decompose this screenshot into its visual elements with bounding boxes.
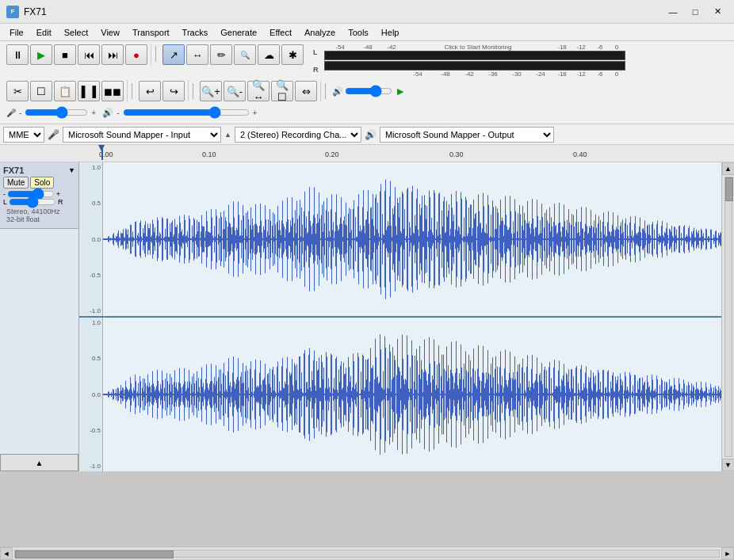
mic-icon: 🎤	[6, 109, 16, 117]
main-content: FX71 ▼ Mute Solo - + L R Stereo, 44100Hz…	[0, 162, 734, 471]
window-title: FX71	[24, 6, 663, 17]
copy-button[interactable]: ☐	[30, 81, 52, 101]
menu-file[interactable]: File	[3, 26, 30, 39]
vu-top-bar	[324, 51, 625, 60]
track-panel-spacer	[0, 229, 78, 454]
app-icon: F	[6, 6, 19, 18]
vol-down-icon: -	[19, 109, 21, 117]
minimize-button[interactable]: —	[663, 4, 683, 20]
track-dropdown[interactable]: ▼	[68, 166, 75, 174]
paste-button[interactable]: 📋	[54, 81, 76, 101]
mute-button[interactable]: Mute	[3, 177, 29, 189]
zoom-fit-button[interactable]: 🔍↔	[247, 81, 270, 101]
track-info-line1: Stereo, 44100Hz	[6, 208, 72, 215]
close-button[interactable]: ✕	[707, 4, 728, 20]
gain-min-label: -	[3, 190, 6, 198]
timeline-0.2: 0.20	[325, 150, 339, 158]
track-name[interactable]: FX71	[3, 166, 24, 175]
zoom-in-button[interactable]: 🔍+	[200, 81, 222, 101]
skip-forward-button[interactable]: ⏭	[101, 44, 124, 65]
envelope-tool-button[interactable]: ↔	[186, 44, 208, 65]
cut-button[interactable]: ✂	[6, 81, 29, 101]
undo-button[interactable]: ↩	[139, 81, 161, 101]
input-device-select[interactable]: Microsoft Sound Mapper - Input	[63, 127, 221, 143]
stop-button[interactable]: ■	[54, 44, 76, 65]
track-buttons: Mute Solo	[3, 177, 75, 189]
playback-play-icon[interactable]: ▶	[397, 86, 403, 97]
y2-0.5: 0.5	[92, 355, 101, 362]
record-button[interactable]: ●	[125, 44, 147, 65]
zoom-tool-button[interactable]: 🔍	[234, 44, 256, 65]
redo-button[interactable]: ↪	[162, 81, 185, 101]
menu-select[interactable]: Select	[58, 26, 95, 39]
monitor-label[interactable]: Click to Start Monitoring	[403, 44, 552, 51]
pan-left-label: L	[3, 198, 7, 206]
hscroll-thumb[interactable]	[15, 550, 174, 558]
multitool-button[interactable]: ✱	[281, 44, 304, 65]
input-volume-slider[interactable]	[25, 107, 88, 118]
menu-transport[interactable]: Transport	[126, 26, 176, 39]
out-vol-up-icon: +	[253, 109, 258, 117]
driver-select[interactable]: MME	[3, 127, 44, 143]
pause-button[interactable]: ⏸	[6, 44, 29, 65]
output-device-select[interactable]: Microsoft Sound Mapper - Output	[380, 127, 554, 143]
output-volume-slider[interactable]	[123, 107, 250, 118]
select-tool-button[interactable]: ↗	[162, 44, 185, 65]
hscroll-track[interactable]	[14, 550, 720, 558]
menu-effect[interactable]: Effect	[263, 26, 298, 39]
edit-section: ✂ ☐ 📋 ▌▐ ◼◼	[3, 80, 128, 102]
zoom-toggle-button[interactable]: ⇔	[295, 81, 317, 101]
menu-edit[interactable]: Edit	[30, 26, 58, 39]
menu-generate[interactable]: Generate	[214, 26, 263, 39]
draw-tool-button[interactable]: ✏	[210, 44, 232, 65]
vol-up-icon: +	[91, 109, 96, 117]
vu-top-row: L -54 -48 -42 Click to Start Monitoring …	[313, 44, 625, 60]
playhead-arrow	[98, 145, 105, 151]
menu-bar: File Edit Select View Transport Tracks G…	[0, 24, 734, 41]
skip-back-button[interactable]: ⏮	[78, 44, 100, 65]
timeline-0.4: 0.40	[573, 150, 587, 158]
y2-0.0: 0.0	[92, 391, 101, 398]
out-vol-down-icon: -	[117, 109, 119, 117]
menu-analyze[interactable]: Analyze	[298, 26, 342, 39]
hscroll-right-button[interactable]: ►	[721, 547, 734, 560]
track-up-button[interactable]: ▲	[0, 454, 78, 471]
ruler: 0.00 0.10 0.20 0.30 0.40	[79, 145, 734, 160]
channel-config-select[interactable]: 2 (Stereo) Recording Cha...	[235, 127, 361, 143]
sep3	[190, 81, 195, 101]
waveform-area[interactable]: 1.0 0.5 0.0 -0.5 -1.0 1.0 0.5 0.0 -0.5 -…	[79, 162, 721, 471]
timeline-0.1: 0.10	[202, 150, 216, 158]
zoom-sel-button[interactable]: 🔍☐	[271, 81, 293, 101]
trim-button[interactable]: ▌▐	[78, 81, 100, 101]
zoom-out-button[interactable]: 🔍-	[224, 81, 246, 101]
vu-left-label: L	[313, 48, 323, 56]
hscroll-left-button[interactable]: ◄	[0, 547, 13, 560]
pan-slider[interactable]	[9, 198, 56, 206]
play-button[interactable]: ▶	[30, 44, 52, 65]
horizontal-scrollbar: ◄ ►	[0, 547, 734, 559]
timeline-ruler: 0.00 0.10 0.20 0.30 0.40	[0, 145, 734, 162]
menu-tracks[interactable]: Tracks	[176, 26, 215, 39]
menu-tools[interactable]: Tools	[342, 26, 375, 39]
vu-top-scale: -54 -48 -42 Click to Start Monitoring -1…	[324, 44, 625, 51]
scroll-thumb[interactable]	[725, 177, 733, 201]
maximize-button[interactable]: □	[685, 4, 705, 20]
channel-bottom: 1.0 0.5 0.0 -0.5 -1.0	[79, 318, 721, 471]
playhead	[101, 145, 103, 160]
menu-help[interactable]: Help	[375, 26, 406, 39]
toolbar-area: ⏸ ▶ ■ ⏮ ⏭ ● ↗ ↔ ✏ 🔍 ☁ ✱ L -54	[0, 41, 734, 124]
menu-view[interactable]: View	[94, 26, 126, 39]
y-0.0: 0.0	[92, 236, 101, 243]
solo-button[interactable]: Solo	[30, 177, 54, 189]
speaker-icon-device: 🔊	[365, 129, 377, 140]
timeshift-tool-button[interactable]: ☁	[258, 44, 280, 65]
playback-speed-slider[interactable]	[345, 86, 392, 97]
scroll-up-button[interactable]: ▲	[722, 162, 735, 175]
silence-button[interactable]: ◼◼	[101, 81, 124, 101]
scroll-track[interactable]	[724, 177, 732, 457]
scroll-down-button[interactable]: ▼	[722, 459, 735, 471]
y-axis-bottom: 1.0 0.5 0.0 -0.5 -1.0	[79, 318, 103, 471]
track-panel: FX71 ▼ Mute Solo - + L R Stereo, 44100Hz…	[0, 162, 79, 471]
pan-row: L R	[3, 198, 75, 206]
gain-max-label: +	[56, 190, 60, 198]
